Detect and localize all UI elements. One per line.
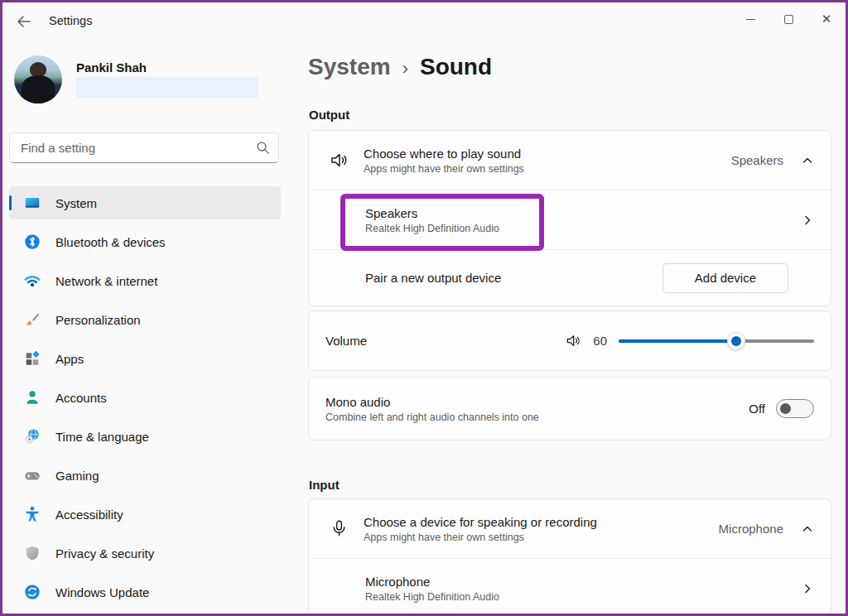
output-device-card: Choose where to play sound Apps might ha…	[308, 130, 831, 306]
mono-toggle-state: Off	[749, 402, 765, 416]
breadcrumb-system[interactable]: System	[308, 54, 391, 80]
chevron-up-icon[interactable]	[801, 154, 814, 167]
window-controls: ✕	[731, 2, 846, 36]
search-icon	[256, 141, 270, 155]
paintbrush-icon	[23, 310, 41, 329]
microphone-text: Microphone Realtek High Definition Audio	[365, 575, 499, 603]
record-device-subtitle: Apps might have their own settings	[364, 532, 597, 543]
minimize-button[interactable]	[731, 2, 769, 36]
pair-device-label: Pair a new output device	[365, 271, 501, 285]
play-sound-value: Speakers	[731, 153, 783, 167]
sidebar-item-gaming[interactable]: Gaming	[9, 459, 281, 492]
play-sound-text: Choose where to play sound Apps might ha…	[364, 147, 524, 175]
toggle-knob	[780, 403, 791, 414]
sidebar-item-label: Personalization	[55, 313, 141, 327]
gamepad-icon	[23, 466, 41, 484]
sidebar-item-label: Accounts	[55, 391, 107, 405]
chevron-right-icon[interactable]	[801, 582, 814, 595]
speakers-row[interactable]: Speakers Realtek High Definition Audio	[309, 190, 831, 249]
mono-audio-title: Mono audio	[325, 395, 539, 409]
chevron-up-icon[interactable]	[801, 522, 814, 536]
sidebar-item-label: Gaming	[55, 469, 99, 483]
record-device-text: Choose a device for speaking or recordin…	[364, 515, 597, 543]
sidebar-item-windows-update[interactable]: Windows Update	[9, 575, 281, 609]
speaker-icon	[328, 149, 350, 171]
volume-value: 60	[593, 334, 607, 348]
avatar[interactable]	[14, 55, 62, 103]
sidebar-item-label: Time & language	[55, 430, 149, 444]
maximize-icon	[784, 15, 793, 24]
microphone-title: Microphone	[365, 575, 499, 589]
volume-speaker-icon[interactable]	[565, 332, 582, 349]
mono-audio-card: Mono audio Combine left and right audio …	[308, 377, 831, 440]
close-button[interactable]: ✕	[807, 2, 846, 36]
sidebar-item-label: Accessibility	[55, 508, 123, 522]
mono-audio-subtitle: Combine left and right audio channels in…	[325, 411, 539, 423]
sidebar-item-label: System	[55, 196, 97, 210]
sidebar-item-system[interactable]: System	[9, 186, 281, 219]
sidebar-item-bluetooth-devices[interactable]: Bluetooth & devices	[9, 225, 281, 258]
sidebar-item-network-internet[interactable]: Network & internet	[9, 264, 281, 297]
sidebar-item-label: Privacy & security	[55, 546, 154, 561]
sidebar-item-apps[interactable]: Apps	[9, 342, 281, 375]
main-content: System › Sound Output Choose where to pl…	[308, 39, 846, 614]
sidebar: Pankil Shah System Bluetooth & devices N…	[2, 39, 291, 614]
microphone-subtitle: Realtek High Definition Audio	[365, 591, 499, 603]
add-device-button[interactable]: Add device	[662, 263, 788, 293]
speakers-title: Speakers	[365, 206, 499, 220]
bluetooth-icon	[23, 233, 41, 251]
search-input[interactable]	[21, 141, 256, 155]
apps-icon	[23, 349, 41, 368]
volume-label: Volume	[325, 334, 367, 348]
user-name-highlight	[76, 77, 258, 98]
microphone-row[interactable]: Microphone Realtek High Definition Audio	[309, 558, 831, 616]
record-device-title: Choose a device for speaking or recordin…	[364, 515, 597, 529]
sidebar-item-label: Windows Update	[55, 585, 149, 599]
speakers-text: Speakers Realtek High Definition Audio	[365, 206, 499, 234]
sidebar-item-accessibility[interactable]: Accessibility	[9, 498, 281, 531]
volume-slider[interactable]	[619, 332, 814, 350]
window-title: Settings	[49, 14, 92, 27]
sidebar-item-time-language[interactable]: Time & language	[9, 420, 281, 453]
play-sound-title: Choose where to play sound	[364, 147, 524, 161]
play-sound-row[interactable]: Choose where to play sound Apps might ha…	[309, 131, 831, 190]
user-name: Pankil Shah	[76, 60, 147, 75]
record-device-row[interactable]: Choose a device for speaking or recordin…	[309, 499, 831, 558]
shield-icon	[23, 544, 41, 562]
input-device-card: Choose a device for speaking or recordin…	[308, 498, 831, 616]
play-sound-subtitle: Apps might have their own settings	[364, 163, 524, 175]
output-section-heading: Output	[309, 108, 349, 122]
record-device-value: Microphone	[719, 522, 783, 536]
search-box[interactable]	[9, 132, 279, 163]
update-icon	[23, 583, 41, 601]
slider-fill	[619, 339, 736, 343]
slider-thumb[interactable]	[727, 332, 745, 350]
microphone-icon	[328, 517, 350, 540]
input-section-heading: Input	[309, 478, 340, 492]
close-icon: ✕	[822, 12, 832, 26]
sidebar-item-accounts[interactable]: Accounts	[9, 381, 281, 414]
wifi-icon	[23, 272, 41, 290]
back-button[interactable]	[15, 12, 33, 31]
sidebar-item-label: Apps	[55, 352, 84, 366]
sidebar-item-personalization[interactable]: Personalization	[9, 303, 281, 336]
minimize-icon	[746, 19, 755, 20]
sidebar-item-label: Bluetooth & devices	[55, 235, 166, 249]
breadcrumb: System › Sound	[308, 54, 492, 80]
sidebar-item-privacy-security[interactable]: Privacy & security	[9, 537, 281, 570]
person-icon	[23, 388, 41, 407]
sidebar-item-label: Network & internet	[55, 274, 157, 288]
system-icon	[23, 194, 41, 212]
page-title: Sound	[420, 54, 492, 80]
accessibility-icon	[23, 505, 41, 523]
maximize-button[interactable]	[769, 2, 807, 36]
titlebar: Settings ✕	[2, 2, 846, 39]
breadcrumb-separator: ›	[402, 58, 408, 79]
chevron-right-icon[interactable]	[801, 214, 814, 227]
mono-audio-toggle[interactable]	[776, 399, 814, 418]
speakers-subtitle: Realtek High Definition Audio	[365, 223, 499, 234]
sidebar-nav: System Bluetooth & devices Network & int…	[9, 186, 281, 614]
mono-audio-text: Mono audio Combine left and right audio …	[325, 395, 539, 423]
pair-device-row: Pair a new output device Add device	[309, 249, 831, 306]
volume-card: Volume 60	[308, 310, 831, 371]
